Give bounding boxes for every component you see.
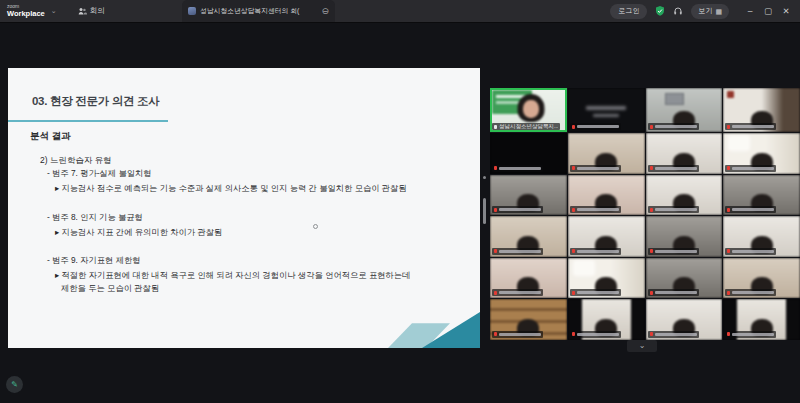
video-tile[interactable]	[723, 133, 800, 174]
video-tile[interactable]	[568, 133, 645, 174]
participant-name-bar	[570, 206, 621, 213]
video-tile[interactable]	[568, 175, 645, 216]
pencil-icon: ✎	[11, 381, 18, 389]
view-button-label: 보기	[698, 6, 712, 16]
video-tile[interactable]	[568, 299, 645, 340]
video-tile[interactable]	[646, 175, 723, 216]
tab-meeting[interactable]: 성남시청소년상담복지센터의 회( ⊖	[182, 0, 335, 22]
video-tile[interactable]	[490, 216, 567, 257]
participant-name-bar	[725, 331, 776, 338]
mic-muted-icon	[650, 125, 653, 129]
video-tile[interactable]	[723, 258, 800, 299]
mic-muted-icon	[572, 249, 575, 253]
tab-dismiss-icon[interactable]: ⊖	[321, 7, 329, 16]
section-heading: 분석 결과	[30, 130, 71, 143]
panel-divider-dot	[483, 176, 486, 179]
category-label: - 범주 7. 평가-실제 불일치형	[47, 168, 466, 179]
blurred-participant-name	[655, 208, 697, 211]
blurred-participant-name	[732, 291, 774, 294]
logo-text: zoom Workplace	[7, 4, 45, 18]
participant-name-bar	[570, 331, 621, 338]
gallery-collapse-button[interactable]: ⌄	[627, 340, 657, 352]
blurred-participant-name	[732, 250, 774, 253]
speaker-face	[523, 100, 539, 118]
blurred-participant-name	[732, 208, 774, 211]
participant-name-bar	[725, 165, 776, 172]
mic-muted-icon	[572, 125, 575, 129]
nav-meeting[interactable]: 회의	[78, 6, 105, 16]
video-tile[interactable]	[723, 299, 800, 340]
category-detail: ▸ 적절한 자기표현에 대한 내적 욕구로 인해 되려 자신의 경험이나 생각을…	[47, 269, 466, 282]
video-tile[interactable]	[646, 216, 723, 257]
blurred-participant-name	[499, 250, 541, 253]
mic-muted-icon	[727, 125, 730, 129]
video-tile[interactable]	[723, 88, 800, 132]
mic-muted-icon	[727, 291, 730, 295]
video-tile[interactable]	[646, 258, 723, 299]
category-detail: ▸ 지능검사 지표 간에 유의미한 차이가 관찰됨	[47, 226, 466, 239]
blurred-participant-name	[499, 167, 541, 170]
security-shield-icon[interactable]	[655, 6, 665, 16]
video-tile[interactable]	[646, 133, 723, 174]
audio-settings-icon[interactable]	[673, 6, 683, 16]
minimize-button[interactable]: –	[741, 0, 759, 22]
view-button[interactable]: 보기 ▦	[691, 4, 729, 19]
participant-name-bar	[648, 123, 699, 130]
video-tile[interactable]	[723, 216, 800, 257]
nav-meeting-label: 회의	[90, 6, 105, 16]
mic-muted-icon	[494, 291, 497, 295]
participant-name-bar	[492, 289, 543, 296]
video-tile[interactable]: 성남시청소년상담복지...	[490, 88, 567, 132]
maximize-button[interactable]: ▢	[759, 0, 777, 22]
participant-name-bar	[725, 206, 776, 213]
mic-on-icon	[494, 125, 497, 129]
meeting-tab-title: 성남시청소년상담복지센터의 회(	[200, 6, 317, 16]
participant-name-bar	[570, 165, 621, 172]
video-tile[interactable]	[646, 299, 723, 340]
annotate-button[interactable]: ✎	[6, 376, 23, 393]
chevron-down-icon[interactable]: ⌄	[51, 7, 57, 15]
blurred-participant-name	[577, 208, 619, 211]
zoom-workplace-logo[interactable]: zoom Workplace ⌄	[0, 4, 62, 18]
login-button[interactable]: 로그인	[610, 4, 647, 19]
panel-divider-handle[interactable]	[483, 198, 486, 224]
blurred-participant-name	[577, 291, 619, 294]
participant-name-bar	[492, 165, 543, 172]
mic-muted-icon	[572, 208, 575, 212]
video-tile[interactable]	[490, 299, 567, 340]
blurred-participant-name	[655, 125, 697, 128]
blurred-participant-name	[499, 333, 541, 336]
blurred-participant-name	[732, 333, 774, 336]
video-tile[interactable]	[568, 216, 645, 257]
mic-muted-icon	[650, 166, 653, 170]
participant-name-bar	[492, 248, 543, 255]
list-heading: 2) 느린학습자 유형	[40, 155, 112, 167]
slide-item: - 범주 9. 자기표현 제한형▸ 적절한 자기표현에 대한 내적 욕구로 인해…	[47, 255, 466, 294]
video-tile[interactable]	[646, 88, 723, 132]
slide-title: 03. 현장 전문가 의견 조사	[32, 94, 159, 109]
participant-name-bar	[648, 206, 699, 213]
blurred-participant-name	[577, 333, 619, 336]
mic-muted-icon	[572, 291, 575, 295]
zoom-workplace-window: zoom Workplace ⌄ 회의 성남시청소년상담복지센터의 회( ⊖ 로…	[0, 0, 800, 403]
slide-items: - 범주 7. 평가-실제 불일치형▸ 지능검사 점수로 예측되는 기능 수준과…	[47, 168, 466, 311]
mic-muted-icon	[727, 208, 730, 212]
shared-screen-slide: 03. 현장 전문가 의견 조사 분석 결과 2) 느린학습자 유형 - 범주 …	[8, 68, 480, 348]
participant-name-bar: 성남시청소년상담복지...	[492, 123, 560, 130]
close-button[interactable]: ✕	[777, 0, 795, 22]
category-detail: ▸ 지능검사 점수로 예측되는 기능 수준과 실제 의사소통 및 인지 능력 간…	[47, 182, 466, 195]
video-tile[interactable]	[568, 258, 645, 299]
video-tile[interactable]	[490, 133, 567, 174]
video-tile[interactable]	[723, 175, 800, 216]
participant-name-bar	[570, 248, 621, 255]
video-tile[interactable]	[490, 175, 567, 216]
blurred-participant-name	[655, 333, 697, 336]
mic-muted-icon	[727, 249, 730, 253]
slide-item: - 범주 7. 평가-실제 불일치형▸ 지능검사 점수로 예측되는 기능 수준과…	[47, 168, 466, 195]
category-label: - 범주 9. 자기표현 제한형	[47, 255, 466, 266]
video-tile[interactable]	[490, 258, 567, 299]
blurred-name-text	[593, 114, 619, 118]
video-tile[interactable]	[568, 88, 645, 132]
category-label: - 범주 8. 인지 기능 불균형	[47, 212, 466, 223]
mic-muted-icon	[727, 332, 730, 336]
